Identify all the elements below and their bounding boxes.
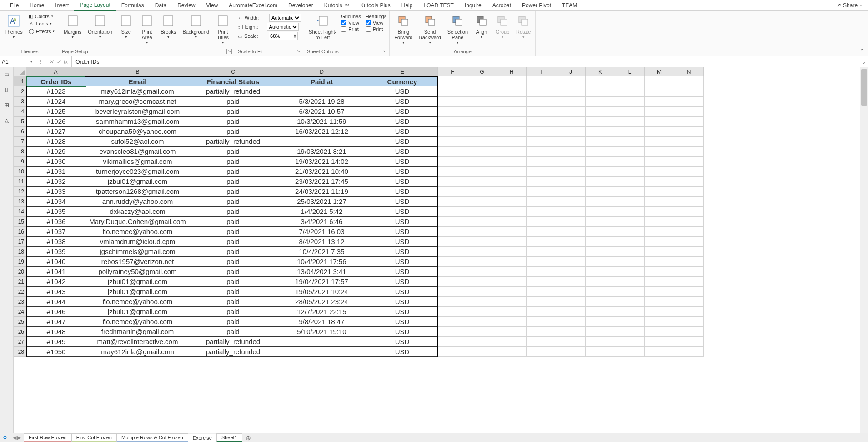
cell[interactable] — [527, 147, 556, 157]
cell[interactable]: ann.ruddy@yahoo.com — [85, 197, 190, 207]
tab-kutools-plus[interactable]: Kutools Plus — [355, 0, 396, 10]
cell[interactable]: partially_refunded — [190, 347, 276, 357]
cell[interactable] — [467, 157, 497, 167]
cell[interactable] — [527, 307, 556, 317]
cell[interactable] — [527, 187, 556, 197]
cell[interactable] — [645, 86, 674, 97]
cell[interactable]: USD — [367, 307, 438, 317]
cell[interactable]: USD — [367, 247, 438, 257]
cell[interactable] — [527, 157, 556, 167]
cell[interactable] — [586, 327, 615, 337]
cell[interactable] — [645, 127, 674, 137]
cell[interactable] — [645, 197, 674, 207]
cell[interactable] — [674, 247, 704, 257]
cell[interactable] — [467, 307, 497, 317]
cell[interactable] — [527, 227, 556, 237]
cell[interactable]: #1027 — [26, 127, 85, 137]
cell[interactable]: #1037 — [26, 227, 85, 237]
col-header-F[interactable]: F — [438, 67, 467, 76]
cell[interactable] — [467, 347, 497, 357]
cell[interactable] — [615, 327, 645, 337]
cell[interactable]: #1031 — [26, 167, 85, 177]
cell[interactable] — [674, 217, 704, 227]
cell[interactable]: USD — [367, 227, 438, 237]
cell[interactable]: #1042 — [26, 277, 85, 287]
cell[interactable] — [586, 237, 615, 247]
sheet-tab[interactable]: First Row Frozen — [24, 433, 72, 442]
cell[interactable] — [497, 177, 527, 187]
cell[interactable] — [438, 257, 467, 267]
cell[interactable]: USD — [367, 117, 438, 127]
cell[interactable] — [527, 297, 556, 307]
cell[interactable] — [556, 317, 586, 327]
row-header[interactable]: 20 — [14, 267, 26, 277]
cell[interactable] — [438, 217, 467, 227]
cell[interactable] — [467, 217, 497, 227]
orientation-button[interactable]: Orientation▼ — [86, 13, 114, 40]
row-header[interactable]: 11 — [14, 177, 26, 187]
cell[interactable] — [645, 147, 674, 157]
cell[interactable] — [615, 287, 645, 297]
cell[interactable]: #1050 — [26, 347, 85, 357]
cell[interactable]: 10/3/2021 11:59 — [276, 117, 367, 127]
cell[interactable] — [645, 237, 674, 247]
cell[interactable] — [674, 177, 704, 187]
cell[interactable]: 12/7/2021 22:15 — [276, 307, 367, 317]
cell[interactable] — [556, 197, 586, 207]
effects-button[interactable]: ◯Effects▾ — [27, 28, 56, 35]
cell[interactable]: jgschimmels@gmail.com — [85, 247, 190, 257]
cell[interactable]: #1040 — [26, 257, 85, 267]
cell[interactable] — [527, 267, 556, 277]
tab-team[interactable]: TEAM — [557, 0, 582, 10]
cell[interactable] — [556, 227, 586, 237]
row-header[interactable]: 9 — [14, 157, 26, 167]
cell[interactable]: mary.greco@comcast.net — [85, 97, 190, 107]
cell[interactable] — [615, 297, 645, 307]
cell[interactable] — [467, 327, 497, 337]
cell[interactable] — [497, 76, 527, 86]
cell[interactable] — [438, 187, 467, 197]
cell[interactable]: paid — [190, 257, 276, 267]
cell[interactable] — [674, 207, 704, 217]
fx-icon[interactable]: fx — [64, 59, 68, 65]
row-header[interactable]: 26 — [14, 327, 26, 337]
gridlines-view-check[interactable]: View — [341, 20, 361, 25]
col-header-A[interactable]: A — [26, 67, 85, 76]
namebox-expand[interactable]: ⋮ — [35, 56, 45, 67]
row-header[interactable]: 13 — [14, 197, 26, 207]
cell[interactable] — [556, 76, 586, 86]
cell[interactable]: #1029 — [26, 147, 85, 157]
cell[interactable] — [497, 277, 527, 287]
cell[interactable] — [497, 197, 527, 207]
cell[interactable]: paid — [190, 237, 276, 247]
themes-button[interactable]: Aa Themes ▼ — [3, 13, 25, 40]
cell[interactable] — [615, 247, 645, 257]
select-all-corner[interactable] — [14, 67, 26, 76]
cell[interactable] — [674, 237, 704, 247]
cell[interactable]: #1048 — [26, 327, 85, 337]
cell[interactable]: USD — [367, 317, 438, 327]
cell[interactable]: 28/05/2021 23:24 — [276, 297, 367, 307]
row-header[interactable]: 5 — [14, 117, 26, 127]
cell[interactable] — [497, 327, 527, 337]
cell[interactable] — [645, 247, 674, 257]
cell[interactable]: partially_refunded — [190, 86, 276, 97]
cell[interactable] — [615, 86, 645, 97]
cell[interactable]: USD — [367, 337, 438, 347]
cell[interactable] — [556, 297, 586, 307]
cell[interactable]: vikimallios@gmail.com — [85, 157, 190, 167]
cell[interactable] — [615, 167, 645, 177]
cell[interactable] — [556, 287, 586, 297]
cell[interactable]: beverleyralston@gmail.com — [85, 107, 190, 117]
col-header-L[interactable]: L — [615, 67, 645, 76]
cell[interactable] — [556, 177, 586, 187]
cell[interactable] — [674, 197, 704, 207]
cell[interactable] — [586, 287, 615, 297]
cell[interactable]: 23/03/2021 17:45 — [276, 177, 367, 187]
row-header[interactable]: 22 — [14, 287, 26, 297]
tab-kutools-[interactable]: Kutools ™ — [319, 0, 355, 10]
cell[interactable] — [645, 76, 674, 86]
cell[interactable] — [645, 137, 674, 147]
cell[interactable] — [497, 207, 527, 217]
cell[interactable] — [467, 147, 497, 157]
